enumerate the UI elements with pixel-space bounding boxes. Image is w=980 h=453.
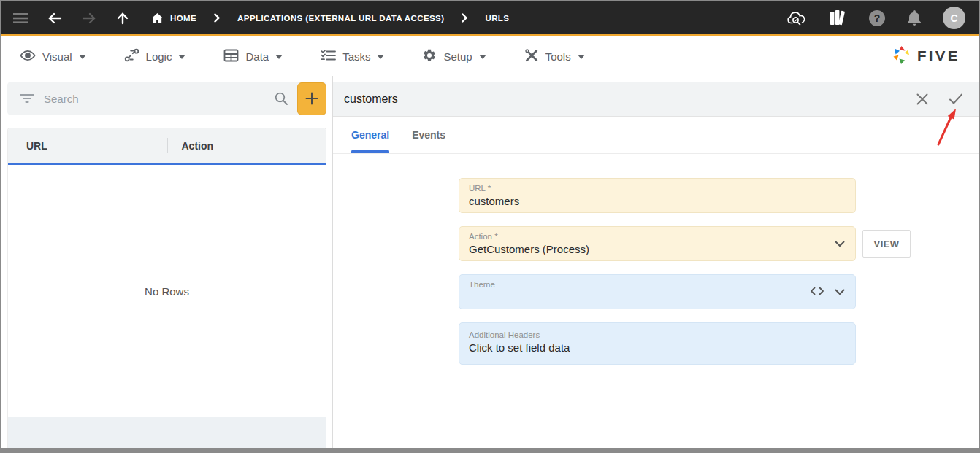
action-field[interactable]: Action * GetCustomers (Process) — [459, 226, 856, 261]
logic-flow-icon — [124, 48, 139, 64]
general-form: URL * customers Action * GetCustomers (P… — [333, 154, 979, 365]
add-record-button[interactable] — [297, 82, 326, 115]
view-button[interactable]: VIEW — [862, 230, 911, 258]
detail-panel: customers General Events URL * custom — [333, 76, 979, 453]
field-label: Additional Headers — [469, 330, 845, 339]
menu-setup[interactable]: Setup — [422, 48, 486, 65]
help-icon[interactable]: ? — [868, 9, 886, 27]
menu-data[interactable]: Data — [223, 49, 283, 64]
field-label: URL * — [469, 184, 845, 193]
menu-label: Visual — [42, 50, 72, 63]
chevron-down-icon — [275, 55, 283, 59]
chevron-down-icon — [835, 237, 845, 250]
breadcrumb-applications[interactable]: APPLICATIONS (EXTERNAL URL DATA ACCESS) — [237, 14, 444, 23]
chevron-down-icon — [377, 55, 384, 59]
field-value: GetCustomers (Process) — [469, 243, 845, 255]
horizontal-scrollbar[interactable] — [1, 448, 979, 452]
top-navigation-bar: HOME APPLICATIONS (EXTERNAL URL DATA ACC… — [1, 1, 979, 34]
field-label: Action * — [469, 232, 845, 241]
menu-tools[interactable]: Tools — [524, 48, 585, 65]
column-divider — [167, 138, 168, 153]
app-window: HOME APPLICATIONS (EXTERNAL URL DATA ACC… — [0, 0, 980, 453]
menu-tasks[interactable]: Tasks — [321, 49, 384, 64]
chevron-down-icon — [578, 55, 585, 59]
field-label: Theme — [469, 280, 845, 289]
url-field[interactable]: URL * customers — [459, 178, 856, 213]
filter-icon[interactable] — [20, 93, 34, 104]
grid-header-row: URL Action — [8, 128, 326, 163]
chevron-down-icon — [479, 55, 486, 59]
theme-field[interactable]: Theme — [459, 274, 856, 309]
breadcrumb-label: APPLICATIONS (EXTERNAL URL DATA ACCESS) — [237, 14, 444, 23]
chevron-down-icon — [79, 55, 86, 59]
menu-label: Tools — [545, 50, 571, 63]
tab-general[interactable]: General — [351, 117, 389, 153]
menu-label: Data — [245, 50, 269, 63]
menu-visual[interactable]: Visual — [20, 50, 86, 63]
field-value: Click to set field data — [469, 341, 845, 354]
brand-wordmark: FIVE — [917, 48, 960, 64]
five-pinwheel-icon — [892, 45, 911, 68]
record-title: customers — [344, 93, 398, 106]
back-arrow-icon[interactable] — [47, 12, 62, 25]
up-arrow-icon[interactable] — [116, 12, 129, 25]
empty-state-text: No Rows — [145, 285, 189, 298]
table-grid-icon — [223, 49, 239, 64]
additional-headers-field[interactable]: Additional Headers Click to set field da… — [459, 322, 856, 365]
svg-text:?: ? — [874, 12, 881, 24]
gear-icon — [422, 48, 437, 65]
search-bar — [7, 82, 326, 115]
column-header-action[interactable]: Action — [167, 140, 326, 152]
notifications-bell-icon[interactable] — [907, 9, 922, 26]
avatar[interactable]: C — [943, 7, 965, 29]
checklist-icon — [321, 49, 336, 64]
list-panel: URL Action No Rows — [1, 76, 333, 453]
breadcrumb-label: HOME — [170, 14, 196, 23]
home-icon — [151, 12, 164, 24]
menu-label: Tasks — [342, 50, 370, 63]
breadcrumb-label: URLS — [485, 14, 509, 23]
search-icon[interactable] — [274, 91, 288, 106]
save-check-icon[interactable] — [949, 93, 963, 105]
forward-arrow-icon[interactable] — [82, 12, 96, 25]
breadcrumb-urls[interactable]: URLS — [485, 14, 509, 23]
grid-body: No Rows — [8, 165, 326, 417]
library-books-icon[interactable] — [828, 9, 847, 27]
chevron-down-icon — [178, 55, 185, 59]
eye-icon — [20, 50, 36, 63]
five-brand-logo: FIVE — [892, 45, 964, 68]
menu-logic[interactable]: Logic — [124, 48, 186, 64]
cloud-search-icon[interactable] — [787, 10, 807, 26]
search-input[interactable] — [44, 93, 274, 105]
close-icon[interactable] — [916, 93, 929, 106]
tab-events[interactable]: Events — [412, 117, 445, 153]
chevron-right-icon — [214, 13, 220, 23]
grid-footer — [8, 417, 326, 450]
menu-label: Setup — [443, 50, 472, 63]
hamburger-menu-icon[interactable] — [13, 12, 28, 24]
main-menu-bar: Visual Logic Data Ta — [1, 36, 979, 76]
breadcrumb: HOME APPLICATIONS (EXTERNAL URL DATA ACC… — [151, 12, 509, 24]
chevron-right-icon — [462, 13, 467, 23]
code-icon — [811, 285, 824, 298]
field-value: customers — [469, 195, 845, 207]
detail-tabs: General Events — [333, 117, 979, 154]
breadcrumb-home[interactable]: HOME — [151, 12, 196, 24]
detail-header: customers — [333, 82, 979, 117]
menu-label: Logic — [146, 50, 172, 63]
records-grid: URL Action No Rows — [7, 128, 326, 450]
column-header-url[interactable]: URL — [8, 140, 167, 152]
tools-icon — [524, 48, 539, 65]
chevron-down-icon — [835, 285, 845, 298]
